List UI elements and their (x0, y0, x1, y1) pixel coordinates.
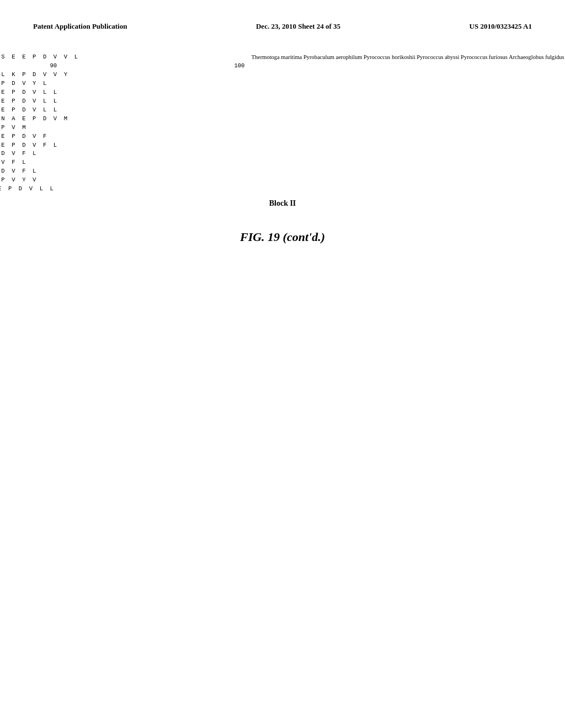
page-container: Patent Application Publication Dec. 23, … (0, 0, 565, 728)
species-names: Thermotoga maritima Pyrobaculum aerophil… (244, 53, 565, 62)
sequence-data: I K V A V G R V S F P Y G P I F L A F R … (0, 53, 244, 194)
header-right: US 2010/0323425 A1 (470, 22, 532, 31)
header-center: Dec. 23, 2010 Sheet 24 of 35 (256, 22, 340, 31)
alignment-block: I K V A V G R V S F P Y G P I F L A F R … (0, 53, 565, 194)
main-content: I K V A V G R V S F P Y G P I F L A F R … (33, 47, 532, 244)
page-header: Patent Application Publication Dec. 23, … (33, 22, 532, 31)
header-left: Patent Application Publication (33, 22, 127, 31)
block-label: Block II (269, 199, 296, 208)
figure-wrapper: I K V A V G R V S F P Y G P I F L A F R … (33, 53, 532, 194)
figure-caption: FIG. 19 (cont'd.) (240, 230, 325, 244)
